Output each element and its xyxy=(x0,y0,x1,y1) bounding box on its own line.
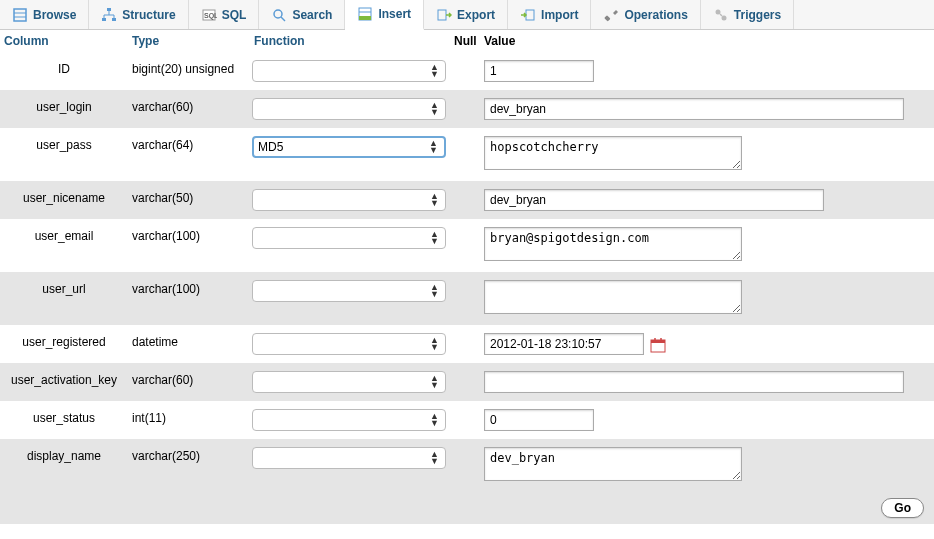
column-type: varchar(60) xyxy=(128,371,250,387)
go-button[interactable]: Go xyxy=(881,498,924,518)
header-value: Value xyxy=(480,30,934,52)
chevron-updown-icon: ▲▼ xyxy=(430,64,439,78)
tab-label: Operations xyxy=(624,8,687,22)
svg-rect-13 xyxy=(438,10,446,20)
table-row: user_activation_keyvarchar(60)▲▼ xyxy=(0,363,934,401)
import-icon xyxy=(520,7,536,23)
column-type: bigint(20) unsigned xyxy=(128,60,250,76)
search-icon xyxy=(271,7,287,23)
svg-text:SQL: SQL xyxy=(204,12,217,20)
table-header: Column Type Function Null Value xyxy=(0,30,934,52)
tab-label: Structure xyxy=(122,8,175,22)
svg-rect-0 xyxy=(14,9,26,21)
tab-label: Search xyxy=(292,8,332,22)
column-name: user_nicename xyxy=(0,189,128,205)
table-row: user_nicenamevarchar(50)▲▼ xyxy=(0,181,934,219)
chevron-updown-icon: ▲▼ xyxy=(430,451,439,465)
column-name: user_url xyxy=(0,280,128,296)
tab-sql[interactable]: SQLSQL xyxy=(189,0,260,29)
value-input[interactable] xyxy=(484,409,594,431)
function-select[interactable]: MD5▲▼ xyxy=(252,136,446,158)
table-row: display_namevarchar(250)▲▼dev_bryan xyxy=(0,439,934,492)
svg-rect-12 xyxy=(359,16,371,20)
footer-bar: Go xyxy=(0,492,934,524)
table-row: IDbigint(20) unsigned▲▼ xyxy=(0,52,934,90)
value-input[interactable] xyxy=(484,189,824,211)
column-name: user_activation_key xyxy=(0,371,128,387)
tab-label: Triggers xyxy=(734,8,781,22)
chevron-updown-icon: ▲▼ xyxy=(430,337,439,351)
function-value: MD5 xyxy=(258,140,283,154)
svg-rect-19 xyxy=(651,340,665,343)
function-select[interactable]: ▲▼ xyxy=(252,409,446,431)
table-row: user_statusint(11)▲▼ xyxy=(0,401,934,439)
svg-line-9 xyxy=(281,17,285,21)
function-select[interactable]: ▲▼ xyxy=(252,280,446,302)
value-input[interactable] xyxy=(484,333,644,355)
column-name: ID xyxy=(0,60,128,76)
tab-import[interactable]: Import xyxy=(508,0,591,29)
tab-operations[interactable]: Operations xyxy=(591,0,700,29)
structure-icon xyxy=(101,7,117,23)
tab-label: Export xyxy=(457,8,495,22)
svg-point-8 xyxy=(274,10,282,18)
value-input[interactable] xyxy=(484,60,594,82)
function-select[interactable]: ▲▼ xyxy=(252,447,446,469)
tab-bar: BrowseStructureSQLSQLSearchInsertExportI… xyxy=(0,0,934,30)
column-type: varchar(60) xyxy=(128,98,250,114)
value-input[interactable]: bryan@spigotdesign.com xyxy=(484,227,742,261)
svg-rect-15 xyxy=(605,15,611,21)
browse-icon xyxy=(12,7,28,23)
tab-label: Browse xyxy=(33,8,76,22)
svg-point-17 xyxy=(721,15,726,20)
value-input[interactable]: dev_bryan xyxy=(484,447,742,481)
column-type: datetime xyxy=(128,333,250,349)
table-row: user_registereddatetime▲▼ xyxy=(0,325,934,363)
function-select[interactable]: ▲▼ xyxy=(252,371,446,393)
value-input[interactable]: hopscotchcherry xyxy=(484,136,742,170)
operations-icon xyxy=(603,7,619,23)
tab-search[interactable]: Search xyxy=(259,0,345,29)
column-name: user_registered xyxy=(0,333,128,349)
header-column: Column xyxy=(0,30,128,52)
export-icon xyxy=(436,7,452,23)
tab-structure[interactable]: Structure xyxy=(89,0,188,29)
svg-rect-14 xyxy=(526,10,534,20)
triggers-icon xyxy=(713,7,729,23)
column-type: varchar(100) xyxy=(128,280,250,296)
tab-browse[interactable]: Browse xyxy=(0,0,89,29)
function-select[interactable]: ▲▼ xyxy=(252,189,446,211)
column-type: varchar(100) xyxy=(128,227,250,243)
tab-label: SQL xyxy=(222,8,247,22)
header-function: Function xyxy=(250,30,450,52)
column-name: user_status xyxy=(0,409,128,425)
column-name: user_email xyxy=(0,227,128,243)
tab-insert[interactable]: Insert xyxy=(345,0,424,30)
chevron-updown-icon: ▲▼ xyxy=(430,193,439,207)
table-row: user_passvarchar(64)MD5▲▼hopscotchcherry xyxy=(0,128,934,181)
column-type: varchar(250) xyxy=(128,447,250,463)
chevron-updown-icon: ▲▼ xyxy=(430,102,439,116)
value-input[interactable] xyxy=(484,280,742,314)
calendar-icon[interactable] xyxy=(650,337,666,353)
tab-export[interactable]: Export xyxy=(424,0,508,29)
function-select[interactable]: ▲▼ xyxy=(252,227,446,249)
value-input[interactable] xyxy=(484,98,904,120)
sql-icon: SQL xyxy=(201,7,217,23)
function-select[interactable]: ▲▼ xyxy=(252,98,446,120)
tab-triggers[interactable]: Triggers xyxy=(701,0,794,29)
column-type: varchar(50) xyxy=(128,189,250,205)
function-select[interactable]: ▲▼ xyxy=(252,333,446,355)
svg-rect-4 xyxy=(102,18,106,21)
function-select[interactable]: ▲▼ xyxy=(252,60,446,82)
column-type: int(11) xyxy=(128,409,250,425)
chevron-updown-icon: ▲▼ xyxy=(430,375,439,389)
chevron-updown-icon: ▲▼ xyxy=(430,413,439,427)
column-name: display_name xyxy=(0,447,128,463)
table-row: user_loginvarchar(60)▲▼ xyxy=(0,90,934,128)
chevron-updown-icon: ▲▼ xyxy=(429,140,438,154)
column-name: user_pass xyxy=(0,136,128,152)
column-type: varchar(64) xyxy=(128,136,250,152)
column-name: user_login xyxy=(0,98,128,114)
value-input[interactable] xyxy=(484,371,904,393)
